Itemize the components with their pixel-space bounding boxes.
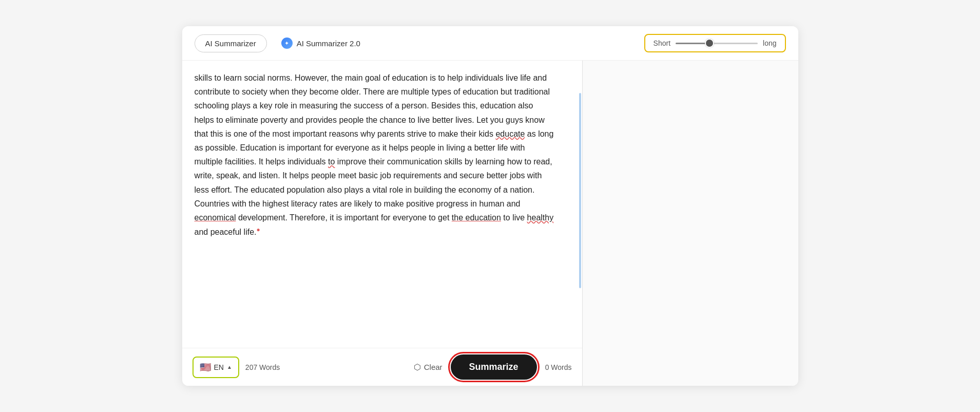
text-content: skills to learn social norms. However, t… — [195, 71, 554, 239]
input-panel: skills to learn social norms. However, t… — [182, 61, 583, 386]
summarize-button[interactable]: Summarize — [451, 354, 537, 380]
lang-label: EN — [214, 363, 224, 371]
tab-ai-summarizer-2[interactable]: ✦ AI Summarizer 2.0 — [272, 33, 370, 53]
clear-button[interactable]: ⬡ Clear — [406, 358, 451, 376]
word-count-left: 207 Words — [245, 363, 406, 371]
word-count-right: 0 Words — [545, 363, 572, 371]
lang-selector[interactable]: 🇺🇸 EN ▲ — [193, 357, 239, 378]
flag-icon: 🇺🇸 — [200, 362, 211, 373]
word-healthy: healthy — [527, 213, 554, 222]
length-slider[interactable] — [676, 43, 758, 44]
header: AI Summarizer ✦ AI Summarizer 2.0 Short … — [182, 26, 798, 61]
length-short-label: Short — [654, 39, 670, 47]
footer-toolbar: 🇺🇸 EN ▲ 207 Words ⬡ Clear Summarize 0 Wo… — [182, 348, 582, 386]
output-content — [583, 61, 798, 386]
output-panel — [583, 61, 798, 386]
app-container: AI Summarizer ✦ AI Summarizer 2.0 Short … — [182, 26, 798, 386]
length-long-label: long — [763, 39, 776, 47]
text-area[interactable]: skills to learn social norms. However, t… — [182, 61, 582, 348]
chevron-up-icon: ▲ — [227, 364, 232, 370]
tabs-area: AI Summarizer ✦ AI Summarizer 2.0 — [195, 33, 370, 53]
word-economical: economical — [195, 213, 236, 222]
main-content: skills to learn social norms. However, t… — [182, 61, 798, 386]
length-control: Short long — [644, 34, 786, 52]
word-educate: educate — [495, 129, 525, 138]
clear-label: Clear — [424, 363, 443, 371]
red-dot: ● — [256, 226, 260, 233]
scroll-bar[interactable] — [579, 93, 581, 288]
phrase-the-education: the education — [452, 213, 501, 222]
tab-ai-summarizer[interactable]: AI Summarizer — [195, 34, 267, 52]
eraser-icon: ⬡ — [414, 362, 421, 372]
word-to: to — [328, 157, 335, 166]
input-text: skills to learn social norms. However, t… — [195, 71, 554, 239]
ai-summarizer-2-icon: ✦ — [281, 38, 293, 49]
